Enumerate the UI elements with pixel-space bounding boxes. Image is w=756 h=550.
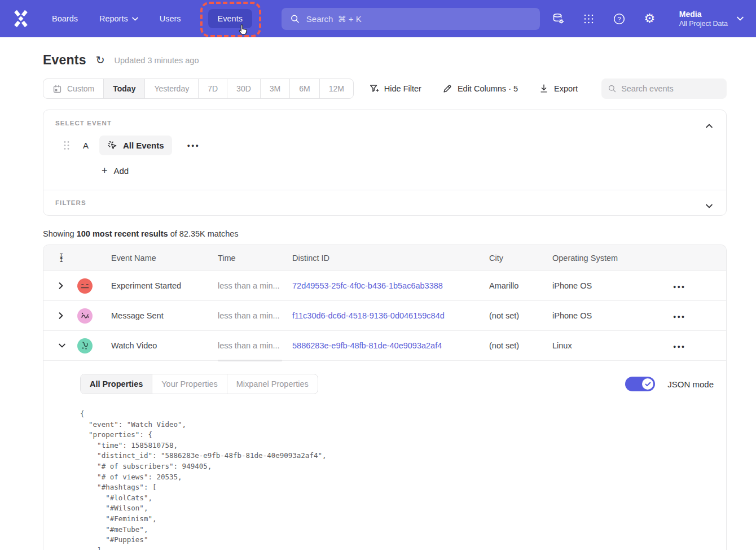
- step-letter: A: [83, 141, 89, 150]
- os-cell: iPhone OS: [552, 311, 673, 320]
- city-cell: Amarillo: [489, 281, 552, 290]
- table-header-row: ↧↥ Event Name Time Distinct ID City Oper…: [43, 245, 726, 270]
- top-navbar: Boards Reports Users Events: [0, 0, 756, 37]
- apps-grid-icon[interactable]: [582, 12, 595, 25]
- project-name: Media: [679, 10, 728, 19]
- global-search-input[interactable]: [306, 14, 531, 24]
- settings-gear-icon[interactable]: ⚙: [643, 12, 656, 25]
- project-scope: All Project Data: [679, 20, 728, 28]
- event-avatar: [77, 338, 93, 353]
- add-event-button[interactable]: + Add: [102, 165, 714, 176]
- drag-handle-icon[interactable]: [63, 141, 70, 150]
- data-management-icon[interactable]: [552, 12, 565, 25]
- date-range-3m[interactable]: 3M: [261, 79, 290, 98]
- download-icon: [539, 84, 549, 94]
- column-header-event-name[interactable]: Event Name: [111, 254, 218, 263]
- row-actions-button[interactable]: ●●●: [673, 314, 685, 320]
- global-search[interactable]: [282, 8, 540, 30]
- selected-event-name: All Events: [123, 141, 164, 150]
- date-range-30d[interactable]: 30D: [227, 79, 261, 98]
- events-table: ↧↥ Event Name Time Distinct ID City Oper…: [43, 245, 727, 550]
- table-row: Message Sent less than a min... f11c30d6…: [43, 300, 726, 330]
- hand-cursor-icon: [237, 23, 250, 36]
- event-name-cell: Watch Video: [111, 341, 218, 350]
- expand-filters-button[interactable]: [704, 198, 715, 213]
- distinct-id-link[interactable]: 72d49553-25fc-4f0c-b436-1b5ac6ab3388: [292, 281, 443, 290]
- os-cell: Linux: [552, 341, 673, 350]
- search-icon: [608, 84, 616, 93]
- expand-row-icon[interactable]: [59, 282, 63, 289]
- row-actions-button[interactable]: ●●●: [673, 284, 685, 290]
- search-events[interactable]: [601, 78, 727, 99]
- time-cell: less than a min...: [218, 341, 292, 350]
- date-range-12m[interactable]: 12M: [320, 79, 353, 98]
- collapse-row-icon[interactable]: [59, 343, 65, 348]
- properties-tabs: All Properties Your Properties Mixpanel …: [80, 374, 318, 394]
- collapse-section-button[interactable]: [704, 118, 715, 133]
- table-row-expanded: Watch Video less than a min... 5886283e-…: [43, 330, 726, 360]
- city-cell: (not set): [489, 341, 552, 350]
- date-range-picker: Custom Today Yesterday 7D 30D 3M 6M 12M: [43, 78, 354, 99]
- chevron-down-icon: [737, 16, 744, 21]
- expand-row-icon[interactable]: [59, 312, 63, 319]
- event-selector-chip[interactable]: All Events: [99, 136, 172, 155]
- sparkle-cursor-icon: [107, 140, 118, 151]
- calendar-icon: [52, 84, 62, 94]
- column-header-city[interactable]: City: [489, 254, 552, 263]
- filters-label: FILTERS: [55, 199, 714, 206]
- filters-section: FILTERS: [43, 190, 726, 215]
- toggle-knob: [642, 378, 653, 390]
- help-icon[interactable]: ?: [613, 12, 626, 25]
- collapse-all-rows-icon[interactable]: ↧↥: [59, 254, 64, 262]
- export-button[interactable]: Export: [539, 84, 578, 94]
- plus-icon: +: [102, 165, 108, 176]
- date-range-6m[interactable]: 6M: [290, 79, 319, 98]
- hide-filter-button[interactable]: Hide Filter: [369, 84, 421, 94]
- column-header-distinct-id[interactable]: Distinct ID: [292, 254, 489, 263]
- tab-all-properties[interactable]: All Properties: [81, 374, 152, 394]
- event-name-cell: Experiment Started: [111, 281, 218, 290]
- tab-your-properties[interactable]: Your Properties: [152, 374, 227, 394]
- column-header-time[interactable]: Time: [218, 254, 292, 263]
- json-mode-toggle[interactable]: [625, 377, 655, 391]
- results-summary: Showing 100 most recent results of 82.35…: [43, 229, 727, 238]
- search-icon: [291, 14, 300, 24]
- tab-mixpanel-properties[interactable]: Mixpanel Properties: [227, 374, 318, 394]
- select-event-label: SELECT EVENT: [55, 120, 714, 126]
- page-title: Events: [43, 53, 86, 68]
- event-avatar: [77, 278, 93, 294]
- city-cell: (not set): [489, 311, 552, 320]
- date-range-yesterday[interactable]: Yesterday: [145, 79, 199, 98]
- event-name-cell: Message Sent: [111, 311, 218, 320]
- json-mode-label: JSON mode: [667, 379, 714, 389]
- distinct-id-link[interactable]: f11c30d6-dc6d-4518-9136-0d046159c84d: [292, 311, 445, 320]
- nav-item-users[interactable]: Users: [160, 14, 181, 23]
- date-range-7d[interactable]: 7D: [199, 79, 227, 98]
- mixpanel-logo-icon[interactable]: [11, 9, 30, 28]
- table-row: Experiment Started less than a min... 72…: [43, 270, 726, 300]
- event-avatar: [77, 308, 93, 324]
- search-events-input[interactable]: [621, 84, 720, 93]
- query-builder-card: SELECT EVENT A All Events: [43, 110, 727, 216]
- edit-columns-button[interactable]: Edit Columns · 5: [442, 84, 518, 94]
- date-range-custom[interactable]: Custom: [43, 79, 104, 98]
- updated-timestamp: Updated 3 minutes ago: [115, 56, 199, 65]
- pencil-icon: [442, 84, 452, 94]
- event-detail-panel: All Properties Your Properties Mixpanel …: [43, 360, 726, 550]
- time-cell: less than a min...: [218, 281, 292, 290]
- nav-item-reports[interactable]: Reports: [99, 14, 138, 23]
- chevron-down-icon: [132, 17, 138, 21]
- refresh-icon[interactable]: ↻: [96, 55, 105, 66]
- os-cell: iPhone OS: [552, 281, 673, 290]
- svg-text:?: ?: [617, 15, 621, 22]
- event-options-button[interactable]: ●●●: [187, 143, 200, 149]
- select-event-section: SELECT EVENT A All Events: [43, 110, 726, 190]
- column-scroll-indicator[interactable]: [218, 360, 282, 361]
- column-header-os[interactable]: Operating System: [552, 254, 673, 263]
- project-selector[interactable]: Media All Project Data: [679, 10, 744, 28]
- event-json-view: { "event": "Watch Video", "properties": …: [80, 409, 715, 550]
- date-range-today[interactable]: Today: [104, 79, 145, 98]
- row-actions-button[interactable]: ●●●: [673, 344, 685, 350]
- distinct-id-link[interactable]: 5886283e-e9fb-48fb-81de-40e9093a2af4: [292, 341, 442, 350]
- nav-item-boards[interactable]: Boards: [52, 14, 78, 23]
